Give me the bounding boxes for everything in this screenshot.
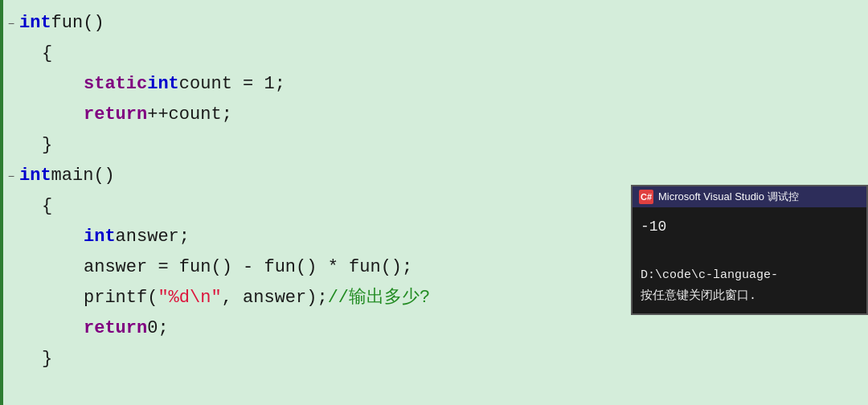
code-line-line11: return 0; bbox=[3, 313, 868, 344]
output-spacer bbox=[641, 239, 858, 265]
code-token: "%d\n" bbox=[158, 283, 221, 313]
code-line-line2: { bbox=[3, 39, 868, 69]
code-token: } bbox=[42, 344, 52, 374]
code-token: return bbox=[84, 313, 147, 344]
output-titlebar: C# Microsoft Visual Studio 调试控 bbox=[633, 186, 866, 207]
code-token: { bbox=[42, 191, 52, 222]
code-line-line1: −int fun() bbox=[3, 8, 868, 39]
code-token: return bbox=[84, 100, 147, 130]
fold-icon[interactable]: − bbox=[3, 9, 19, 39]
code-token: main() bbox=[51, 161, 115, 191]
code-token: static bbox=[84, 69, 147, 100]
code-token: printf( bbox=[84, 283, 158, 313]
code-token: answer; bbox=[116, 222, 190, 252]
code-token: 0; bbox=[147, 313, 168, 344]
code-line-line3: static int count = 1; bbox=[3, 69, 868, 100]
code-line-line12: } bbox=[3, 344, 868, 374]
vs-icon: C# bbox=[639, 190, 653, 204]
code-token: int bbox=[84, 222, 116, 252]
code-token: int bbox=[19, 8, 51, 39]
output-path: D:\code\c-language- bbox=[641, 265, 858, 286]
code-token: //输出多少? bbox=[328, 283, 431, 313]
code-line-line5: } bbox=[3, 130, 868, 161]
code-token: fun() bbox=[51, 8, 104, 39]
output-body: -10 D:\code\c-language- 按任意键关闭此窗口. bbox=[633, 207, 866, 313]
code-token: , answer); bbox=[222, 283, 328, 313]
code-token: ++count; bbox=[147, 100, 232, 130]
code-token: answer = fun() - fun() * fun(); bbox=[84, 252, 412, 283]
code-token: count = 1; bbox=[179, 69, 285, 100]
fold-icon[interactable]: − bbox=[3, 162, 19, 192]
code-token: int bbox=[147, 69, 179, 100]
code-token: } bbox=[42, 130, 52, 161]
output-window: C# Microsoft Visual Studio 调试控 -10 D:\co… bbox=[631, 185, 868, 315]
output-title: Microsoft Visual Studio 调试控 bbox=[658, 190, 799, 204]
main-container: −int fun(){static int count = 1;return +… bbox=[0, 0, 868, 405]
code-token: { bbox=[42, 39, 52, 69]
code-token: int bbox=[19, 161, 51, 191]
code-line-line4: return ++count; bbox=[3, 100, 868, 130]
output-prompt: 按任意键关闭此窗口. bbox=[641, 286, 858, 307]
output-result: -10 bbox=[641, 214, 858, 239]
